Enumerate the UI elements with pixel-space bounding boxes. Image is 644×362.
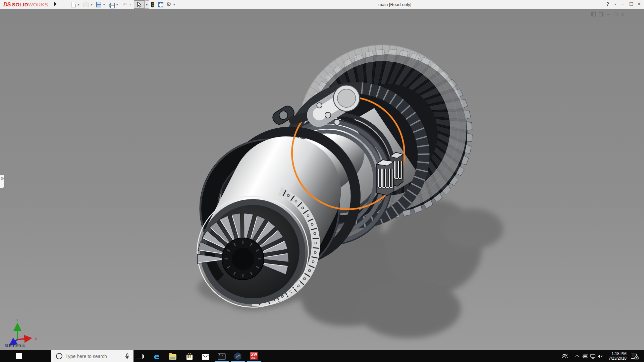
doc-close-icon[interactable]: ✕	[621, 12, 625, 17]
gear-icon: ⚙	[166, 2, 171, 7]
document-title: main [Read-only]	[378, 2, 411, 7]
battery-icon	[582, 354, 589, 358]
start-button[interactable]	[0, 350, 40, 362]
help-dropdown-icon[interactable]: ▾	[614, 3, 616, 6]
select-tool-button[interactable]	[134, 0, 145, 9]
ds-logo-mark: DS	[3, 1, 11, 8]
undo-dropdown-icon[interactable]: ▾	[129, 3, 131, 6]
open-dropdown-icon[interactable]: ▾	[91, 3, 93, 6]
new-dropdown-icon[interactable]: ▾	[78, 3, 79, 6]
select-cursor-icon	[137, 2, 142, 8]
show-right-pane-icon[interactable]	[599, 12, 603, 16]
mail-icon	[202, 355, 209, 360]
stoplight-button[interactable]	[149, 1, 156, 8]
undo-button[interactable]: ↷	[121, 1, 128, 8]
save-dropdown-icon[interactable]: ▾	[103, 3, 105, 6]
hexagon-app-button[interactable]	[233, 352, 242, 361]
print-icon	[109, 4, 115, 7]
notification-badge: 3	[634, 356, 639, 360]
triad-y-label: Y	[16, 318, 19, 322]
clock[interactable]: 1:18 PM 7/23/2018	[603, 351, 627, 361]
battery-button[interactable]	[582, 350, 589, 362]
clock-date: 7/23/2018	[603, 356, 627, 361]
triad-x-label: X	[35, 337, 37, 341]
logo-text-solid: SOLID	[12, 2, 28, 7]
clock-time: 1:18 PM	[603, 351, 627, 356]
file-explorer-icon	[169, 354, 176, 360]
people-icon	[562, 354, 568, 359]
open-document-button[interactable]	[83, 1, 90, 8]
volume-button[interactable]	[596, 350, 604, 362]
command-prompt-icon: C:\_	[218, 353, 226, 360]
hexagon-app-icon	[234, 352, 242, 360]
cortana-icon	[56, 353, 62, 359]
show-left-pane-icon[interactable]	[591, 12, 596, 16]
new-document-icon	[71, 2, 76, 7]
command-prompt-button[interactable]: C:\_	[217, 352, 226, 361]
undo-icon: ↷	[122, 1, 128, 8]
search-input[interactable]	[65, 354, 116, 359]
graphics-viewport[interactable]: ─ ❐ ✕ Y X Z *Dimetric	[0, 9, 644, 350]
stoplight-icon	[151, 2, 154, 7]
volume-mute-icon	[597, 354, 603, 359]
network-button[interactable]	[589, 350, 597, 362]
logo-text-works: WORKS	[28, 2, 48, 7]
display-pane-button[interactable]	[157, 1, 164, 8]
file-explorer-button[interactable]	[168, 352, 177, 361]
chevron-up-icon	[575, 355, 579, 358]
options-dropdown-icon[interactable]: ▾	[173, 3, 175, 6]
mail-button[interactable]	[201, 352, 210, 361]
title-bar: DS SOLIDWORKS ▾ ▾ ▾ ▾ ↷ ▾ ▾ ⚙ ▾ main [Re…	[0, 0, 644, 9]
help-button[interactable]: ?	[606, 1, 609, 7]
doc-restore-icon[interactable]: ❐	[614, 12, 618, 17]
options-button[interactable]: ⚙	[165, 1, 172, 8]
print-dropdown-icon[interactable]: ▾	[116, 3, 118, 6]
edge-button[interactable]: e	[152, 352, 161, 361]
windows-taskbar: e C:\_ SW 2017	[0, 350, 644, 362]
view-orientation-label: *Dimetric	[5, 343, 25, 348]
print-button[interactable]	[108, 1, 115, 8]
network-icon	[590, 354, 596, 359]
minimize-button[interactable]: ─	[621, 1, 624, 7]
store-icon	[186, 355, 193, 360]
save-button[interactable]	[95, 1, 102, 8]
hidden-icons-button[interactable]	[574, 350, 581, 362]
open-folder-icon	[84, 3, 89, 7]
store-button[interactable]	[185, 352, 194, 361]
task-view-icon	[137, 354, 143, 359]
edge-icon: e	[154, 352, 160, 361]
solidworks-2017-icon: SW 2017	[250, 352, 258, 360]
taskbar-search[interactable]	[51, 350, 133, 362]
new-document-button[interactable]	[70, 1, 77, 8]
solidworks-logo: DS SOLIDWORKS	[3, 1, 48, 8]
windows-logo-icon	[16, 353, 22, 359]
save-floppy-icon	[96, 2, 101, 7]
jet-engine-model[interactable]	[0, 9, 644, 350]
menu-flyout-arrow-icon[interactable]	[54, 2, 57, 6]
feature-tree-collapsed-tab[interactable]	[0, 175, 4, 188]
solidworks-taskbar-button[interactable]: SW 2017	[250, 352, 258, 361]
action-center-button[interactable]: 3	[629, 350, 638, 362]
action-center-icon: 3	[631, 354, 637, 359]
doc-minimize-icon[interactable]: ─	[607, 12, 610, 17]
close-button[interactable]: ✕	[637, 1, 641, 7]
display-pane-icon	[158, 2, 163, 7]
restore-button[interactable]: ❐	[629, 1, 634, 7]
task-view-button[interactable]	[135, 352, 144, 361]
microphone-icon[interactable]	[125, 353, 129, 359]
people-button[interactable]	[561, 350, 569, 362]
